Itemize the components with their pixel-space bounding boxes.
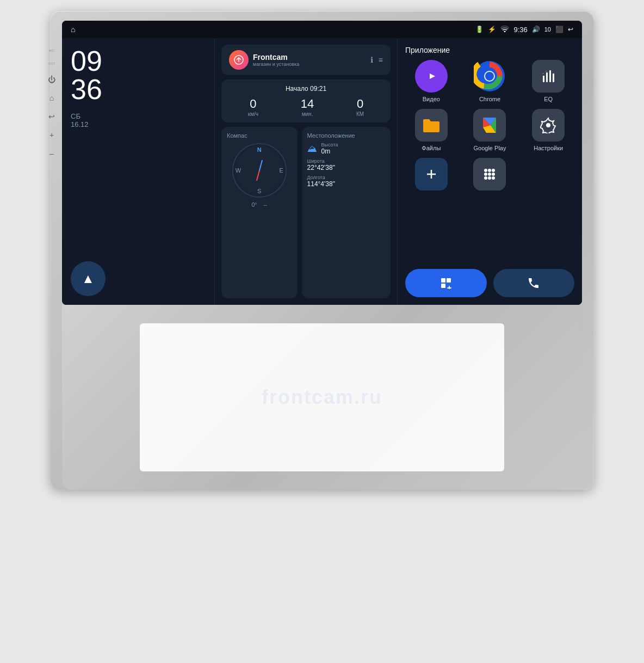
back-side-button[interactable]: ↩ bbox=[48, 112, 55, 121]
svg-rect-30 bbox=[447, 278, 451, 283]
status-time: 9:36 bbox=[513, 26, 527, 34]
location-title: Местоположение bbox=[307, 132, 385, 139]
app-item-settings[interactable]: Настройки bbox=[522, 109, 574, 151]
svg-point-25 bbox=[492, 173, 495, 176]
back-status-icon[interactable]: ↩ bbox=[568, 26, 573, 33]
play-label: Google Play bbox=[474, 145, 506, 151]
svg-point-20 bbox=[484, 169, 487, 172]
time-minutes: 36 bbox=[71, 75, 206, 103]
compass-direction: -- bbox=[263, 202, 267, 208]
altitude-value: 0m bbox=[321, 148, 338, 155]
header-icons: ℹ ≡ bbox=[370, 56, 383, 64]
volume-level: 10 bbox=[544, 26, 551, 33]
svg-point-5 bbox=[485, 72, 494, 81]
app-item-add[interactable] bbox=[405, 158, 457, 194]
battery-icon: 🔋 bbox=[475, 26, 484, 33]
time-hours: 09 bbox=[71, 47, 206, 75]
screen-cast-icon[interactable]: ⬛ bbox=[555, 26, 564, 33]
compass-circle: N S W E bbox=[232, 143, 287, 198]
video-icon bbox=[415, 60, 448, 93]
svg-point-28 bbox=[492, 176, 495, 180]
apps-grid-button[interactable] bbox=[405, 269, 487, 297]
vol-up-button[interactable]: + bbox=[49, 131, 54, 139]
altitude-icon: ⛰ bbox=[307, 143, 317, 155]
location-card: Местоположение ⛰ Высота 0m Широта bbox=[302, 127, 391, 298]
status-left: ⌂ bbox=[71, 25, 75, 34]
app-item-play[interactable]: Google Play bbox=[464, 109, 516, 151]
home-side-button[interactable]: ⌂ bbox=[49, 94, 54, 102]
vol-down-button[interactable]: – bbox=[49, 149, 54, 158]
settings-header-icon[interactable]: ≡ bbox=[379, 56, 383, 64]
bottom-actions bbox=[405, 269, 574, 297]
compass-north: N bbox=[257, 146, 262, 153]
speed-value: 0 bbox=[248, 97, 258, 111]
frontcam-logo: Frontcam магазин и установка bbox=[229, 50, 299, 70]
files-icon bbox=[415, 109, 448, 142]
trip-start: Начало 09:21 bbox=[227, 85, 385, 93]
trip-start-label: Начало bbox=[286, 85, 308, 93]
app-item-more[interactable] bbox=[464, 158, 516, 194]
svg-point-24 bbox=[488, 173, 491, 176]
svg-rect-33 bbox=[447, 287, 451, 288]
wifi-icon bbox=[500, 26, 509, 34]
latitude-label: Широта bbox=[307, 158, 335, 164]
app-item-files[interactable]: Файлы bbox=[405, 109, 457, 151]
svg-point-21 bbox=[488, 169, 491, 172]
latitude-item: Широта 22°42'38" bbox=[307, 158, 385, 171]
svg-point-23 bbox=[484, 173, 487, 176]
files-label: Файлы bbox=[422, 145, 441, 151]
stats-row: 0 км/ч 14 мин. 0 КМ bbox=[227, 97, 385, 117]
rst-label: RST bbox=[48, 62, 55, 65]
chrome-label: Chrome bbox=[479, 96, 500, 102]
navigation-button[interactable]: ▲ bbox=[71, 261, 106, 296]
home-status-icon[interactable]: ⌂ bbox=[71, 25, 75, 34]
power-button[interactable]: ⏻ bbox=[48, 75, 55, 84]
screen-content: 09 36 СБ 16.12 ▲ bbox=[62, 38, 582, 305]
app-item-eq[interactable]: EQ bbox=[522, 60, 574, 102]
device-wrapper: MIC RST ⏻ ⌂ ↩ + – ⌂ 🔋 ⚡ bbox=[50, 11, 594, 490]
bluetooth-icon: ⚡ bbox=[488, 26, 496, 33]
left-panel: 09 36 СБ 16.12 ▲ bbox=[62, 38, 214, 305]
grid-icon bbox=[439, 277, 453, 290]
altitude-label: Высота bbox=[321, 142, 338, 148]
svg-point-27 bbox=[488, 176, 491, 180]
distance-value: 0 bbox=[356, 97, 364, 111]
trip-start-time: 09:21 bbox=[310, 85, 326, 93]
longitude-item: Долгота 114°4'38" bbox=[307, 175, 385, 188]
phone-icon bbox=[527, 277, 540, 290]
latitude-value: 22°42'38" bbox=[307, 164, 335, 171]
more-icon bbox=[473, 158, 506, 191]
settings-label: Настройки bbox=[534, 145, 563, 151]
eq-label: EQ bbox=[544, 96, 553, 102]
frontcam-text: Frontcam магазин и установка bbox=[253, 53, 299, 67]
compass-east: E bbox=[279, 167, 283, 174]
app-item-video[interactable]: Видео bbox=[405, 60, 457, 102]
chrome-icon bbox=[473, 60, 506, 93]
phone-button[interactable] bbox=[493, 269, 575, 297]
longitude-detail: Долгота 114°4'38" bbox=[307, 175, 335, 188]
apps-title: Приложение bbox=[405, 46, 574, 54]
eq-icon bbox=[532, 60, 565, 93]
svg-point-22 bbox=[492, 169, 495, 172]
duration-stat: 14 мин. bbox=[301, 97, 314, 117]
longitude-label: Долгота bbox=[307, 175, 335, 180]
add-icon bbox=[415, 158, 448, 191]
app-item-chrome[interactable]: Chrome bbox=[464, 60, 516, 102]
frontcam-header: Frontcam магазин и установка ℹ ≡ bbox=[221, 45, 391, 75]
video-label: Видео bbox=[423, 96, 440, 102]
trip-stats: Начало 09:21 0 км/ч 14 мин. 0 bbox=[221, 79, 391, 122]
duration-unit: мин. bbox=[301, 111, 314, 117]
mic-label: MIC bbox=[49, 49, 55, 52]
status-right: 🔋 ⚡ 9:36 🔊 10 ⬛ ↩ bbox=[475, 26, 573, 34]
time-display: 09 36 bbox=[71, 47, 206, 103]
lower-fascia: frontcam.ru bbox=[62, 305, 582, 490]
play-store-icon bbox=[473, 109, 506, 142]
svg-rect-29 bbox=[441, 278, 445, 283]
compass-reading: 0° -- bbox=[252, 202, 267, 208]
svg-rect-9 bbox=[553, 73, 554, 82]
svg-point-17 bbox=[546, 123, 550, 127]
lower-panel-inner bbox=[140, 323, 504, 471]
longitude-value: 114°4'38" bbox=[307, 180, 335, 188]
info-icon[interactable]: ℹ bbox=[370, 56, 373, 64]
speed-stat: 0 км/ч bbox=[248, 97, 258, 117]
